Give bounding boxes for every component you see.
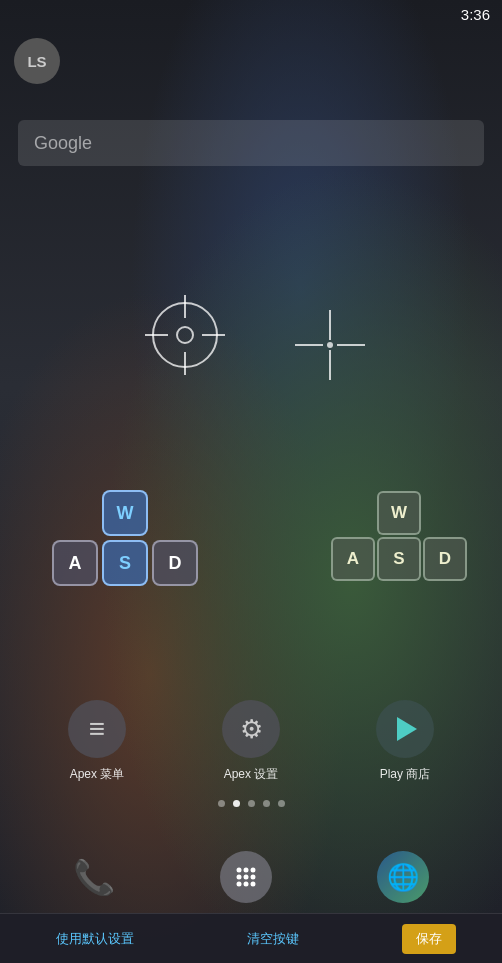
status-bar: 3:36 xyxy=(0,0,502,28)
apex-menu-label: Apex 菜单 xyxy=(70,766,125,783)
apex-settings-icon: ⚙ xyxy=(222,700,280,758)
play-store-icon xyxy=(376,700,434,758)
apps-button[interactable] xyxy=(220,851,272,903)
clear-keys-button[interactable]: 清空按键 xyxy=(237,930,309,948)
page-dot-1[interactable] xyxy=(218,800,225,807)
svg-point-18 xyxy=(236,882,241,887)
dock-item-apex-settings[interactable]: ⚙ Apex 设置 xyxy=(206,700,296,783)
svg-point-20 xyxy=(250,882,255,887)
dock-item-play-store[interactable]: Play 商店 xyxy=(360,700,450,783)
svg-point-13 xyxy=(243,868,248,873)
svg-point-1 xyxy=(177,327,193,343)
svg-point-16 xyxy=(243,875,248,880)
search-bar[interactable]: Google xyxy=(18,120,484,166)
key-w-left[interactable]: W xyxy=(102,490,148,536)
dpad-key-s[interactable]: S xyxy=(377,537,421,581)
page-dot-3[interactable] xyxy=(248,800,255,807)
svg-point-14 xyxy=(250,868,255,873)
page-dots xyxy=(0,800,502,807)
avatar-initials: LS xyxy=(27,53,46,70)
svg-point-15 xyxy=(236,875,241,880)
wasd-left-keys: W A S D xyxy=(50,490,200,590)
svg-point-19 xyxy=(243,882,248,887)
apex-settings-label: Apex 设置 xyxy=(224,766,279,783)
apex-menu-icon: ≡ xyxy=(68,700,126,758)
key-a-left[interactable]: A xyxy=(52,540,98,586)
globe-icon: 🌐 xyxy=(387,862,419,893)
dpad-key-a[interactable]: A xyxy=(331,537,375,581)
phone-button[interactable]: 📞 xyxy=(73,857,115,897)
cursor-widget xyxy=(290,305,370,385)
globe-button[interactable]: 🌐 xyxy=(377,851,429,903)
dock-item-apex-menu[interactable]: ≡ Apex 菜单 xyxy=(52,700,142,783)
wasd-dpad-keys: W A S D xyxy=(330,490,468,582)
dpad-key-d[interactable]: D xyxy=(423,537,467,581)
phone-icon: 📞 xyxy=(73,858,115,896)
search-placeholder: Google xyxy=(34,133,92,154)
bottom-nav: 📞 🌐 xyxy=(0,841,502,913)
play-store-label: Play 商店 xyxy=(380,766,431,783)
status-time: 3:36 xyxy=(461,6,490,23)
page-dot-4[interactable] xyxy=(263,800,270,807)
svg-marker-11 xyxy=(397,717,417,741)
avatar[interactable]: LS xyxy=(14,38,60,84)
key-s-left[interactable]: S xyxy=(102,540,148,586)
dock-row: ≡ Apex 菜单 ⚙ Apex 设置 Play 商店 xyxy=(0,700,502,783)
save-button[interactable]: 保存 xyxy=(402,924,456,954)
key-d-left[interactable]: D xyxy=(152,540,198,586)
svg-point-17 xyxy=(250,875,255,880)
svg-point-10 xyxy=(327,342,333,348)
page-dot-2[interactable] xyxy=(233,800,240,807)
dpad-key-w[interactable]: W xyxy=(377,491,421,535)
crosshair-widget xyxy=(140,290,230,380)
page-dot-5[interactable] xyxy=(278,800,285,807)
svg-point-12 xyxy=(236,868,241,873)
use-default-button[interactable]: 使用默认设置 xyxy=(46,930,144,948)
action-bar: 使用默认设置 清空按键 保存 xyxy=(0,913,502,963)
